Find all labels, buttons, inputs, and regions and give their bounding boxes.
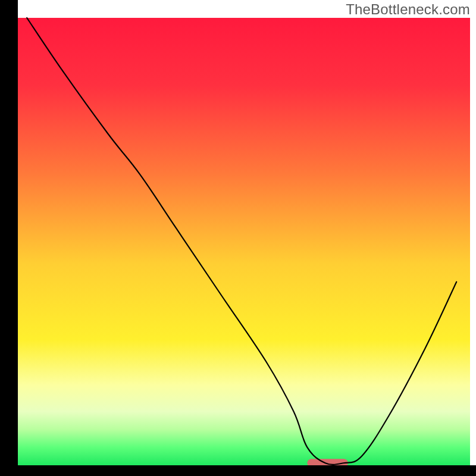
axis-bottom-border (0, 465, 476, 476)
right-margin (470, 0, 476, 476)
chart-svg (0, 0, 476, 476)
watermark-text: TheBottleneck.com (346, 1, 470, 18)
gradient-background (18, 18, 470, 465)
bottleneck-chart: TheBottleneck.com (0, 0, 476, 476)
axis-left-border (0, 0, 18, 476)
